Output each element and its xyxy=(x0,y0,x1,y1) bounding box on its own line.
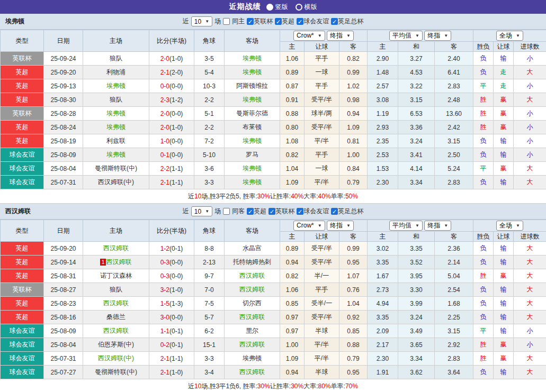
league-checkbox[interactable]: ✓ xyxy=(331,208,338,215)
asian-home-odds: 0.97 xyxy=(280,311,305,324)
full-time-score: 2-1 xyxy=(160,69,169,76)
final-odds-select[interactable]: 终指▼ xyxy=(424,31,451,41)
score-cell: 1-0(0-0) xyxy=(149,134,194,148)
sub-draw: 和 xyxy=(398,42,435,52)
asian-home-odds: 0.89 xyxy=(280,66,305,79)
asian-away-odds: 1.00 xyxy=(339,148,368,162)
match-date: 25-07-31 xyxy=(44,176,83,189)
radio-vertical-layout[interactable]: 竖版 xyxy=(266,3,288,12)
euro-draw-odds: 3.99 xyxy=(398,297,435,311)
half-time-score: (0-0) xyxy=(169,272,183,280)
home-team-name: 埃弗顿 xyxy=(106,123,126,131)
sub-home: 主 xyxy=(280,42,305,52)
asian-handicap: 一球 xyxy=(305,162,339,176)
handicap-result: 输 xyxy=(494,52,514,66)
full-time-score: 1-0 xyxy=(160,138,169,145)
goals-result: 小 xyxy=(514,107,546,121)
wdl-result: 胜 xyxy=(473,352,494,366)
euro-home-odds: 2.30 xyxy=(368,352,398,366)
half-time-score: (2-0) xyxy=(169,69,183,76)
league-type-badge: 英超 xyxy=(1,256,44,269)
asian-home-odds: 0.87 xyxy=(280,79,305,93)
radio-horizontal-layout[interactable]: 横版 xyxy=(296,3,317,12)
euro-home-odds: 1.53 xyxy=(368,162,398,176)
col-type: 类型 xyxy=(1,220,44,242)
bookmaker-select[interactable]: Crow*▼ xyxy=(293,31,325,41)
handicap-result: 输 xyxy=(494,176,514,189)
col-score: 比分(半场) xyxy=(149,30,194,52)
goals-result: 大 xyxy=(514,242,546,256)
league-checkbox[interactable]: ✓ xyxy=(275,18,282,25)
euro-home-odds: 2.53 xyxy=(368,148,398,162)
euro-draw-odds: 3.15 xyxy=(398,93,435,107)
score-cell: 3-0(0-0) xyxy=(149,311,194,324)
same-venue-checkbox[interactable] xyxy=(223,208,230,215)
league-checkbox[interactable]: ✓ xyxy=(331,18,338,25)
col-score: 比分(半场) xyxy=(149,220,194,242)
goals-result: 小 xyxy=(514,52,546,66)
radio-unselected-icon[interactable] xyxy=(296,4,302,11)
league-type-badge: 球会友谊 xyxy=(1,366,44,379)
league-checkbox[interactable]: ✓ xyxy=(297,18,303,25)
final-odds-select[interactable]: 终指▼ xyxy=(327,221,354,231)
league-checkbox[interactable]: ✓ xyxy=(268,208,275,215)
goals-result: 大 xyxy=(514,297,546,311)
section-header-everton: 埃弗顿 近 10▼ 场 同主 ✓英联杯 ✓英超 ✓球会友谊 ✓英足总杯 xyxy=(0,14,546,30)
scope-select[interactable]: 全场▼ xyxy=(496,31,523,41)
half-time-score: (0-0) xyxy=(169,151,183,159)
corner-count: 8-8 xyxy=(194,242,225,256)
euro-home-odds: 2.17 xyxy=(368,338,398,352)
final-odds-select[interactable]: 终指▼ xyxy=(327,31,354,41)
euro-draw-odds: 3.36 xyxy=(398,121,435,134)
match-row: 英联杯25-08-28埃弗顿2-0(0-0)5-1曼斯菲尔德0.88球半/两0.… xyxy=(1,107,546,121)
half-time-score: (1-2) xyxy=(169,96,183,104)
match-row: 英超25-08-19利兹联1-0(0-0)7-2埃弗顿1.08平/半0.812.… xyxy=(1,134,546,148)
goals-result: 小 xyxy=(514,338,546,352)
average-select[interactable]: 平均值▼ xyxy=(389,31,423,41)
asian-home-odds: 1.09 xyxy=(280,352,305,366)
home-team-name: 桑德兰 xyxy=(106,313,126,321)
handicap-result: 输 xyxy=(494,134,514,148)
corner-count: 7-0 xyxy=(194,283,225,297)
league-checkbox[interactable]: ✓ xyxy=(247,208,254,215)
radio-selected-icon[interactable] xyxy=(266,4,273,11)
same-venue-checkbox[interactable] xyxy=(223,18,230,25)
euro-draw-odds: 3.22 xyxy=(398,79,435,93)
handicap-result: 赢 xyxy=(494,269,514,283)
home-team-name: 狼队 xyxy=(110,54,122,62)
wdl-result: 负 xyxy=(473,66,494,79)
asian-home-odds: 0.85 xyxy=(280,297,305,311)
league-type-badge: 英超 xyxy=(1,66,44,79)
page-title: 近期战绩 xyxy=(229,2,261,12)
home-team-name: 狼队 xyxy=(110,96,122,103)
match-date: 25-08-31 xyxy=(44,269,83,283)
league-checkbox[interactable]: ✓ xyxy=(297,208,303,215)
score-cell: 0-3(0-0) xyxy=(149,269,194,283)
asian-handicap: 半球 xyxy=(305,324,339,338)
recent-count-select[interactable]: 10▼ xyxy=(191,206,212,216)
league-type-badge: 英联杯 xyxy=(1,107,44,121)
average-select[interactable]: 平均值▼ xyxy=(389,221,423,231)
euro-draw-odds: 3.41 xyxy=(398,148,435,162)
full-time-score: 2-3 xyxy=(160,96,169,104)
bookmaker-select[interactable]: Crow*▼ xyxy=(293,221,325,231)
euro-draw-odds: 3.24 xyxy=(398,134,435,148)
asian-away-odds: 0.99 xyxy=(339,242,368,256)
sub-goals: 进球数 xyxy=(514,232,546,242)
away-team-name: 布莱顿 xyxy=(243,123,262,131)
team-name: 埃弗顿 xyxy=(5,17,24,26)
recent-count-select[interactable]: 10▼ xyxy=(191,16,212,26)
full-time-score: 0-3 xyxy=(160,272,169,280)
corner-count: 3-6 xyxy=(194,162,225,176)
asian-home-odds: 1.08 xyxy=(280,134,305,148)
league-checkbox[interactable]: ✓ xyxy=(247,18,254,25)
rank-badge: 1 xyxy=(100,259,105,266)
euro-away-odds: 3.15 xyxy=(435,134,473,148)
score-cell: 2-3(1-2) xyxy=(149,93,194,107)
scope-select[interactable]: 全场▼ xyxy=(496,221,523,231)
asian-away-odds: 0.76 xyxy=(339,283,368,297)
final-odds-select[interactable]: 终指▼ xyxy=(424,221,451,231)
asian-odds-group: Crow*▼ 终指▼ xyxy=(280,220,368,232)
half-time-score: (1-3) xyxy=(169,300,183,307)
goals-result: 小 xyxy=(514,79,546,93)
